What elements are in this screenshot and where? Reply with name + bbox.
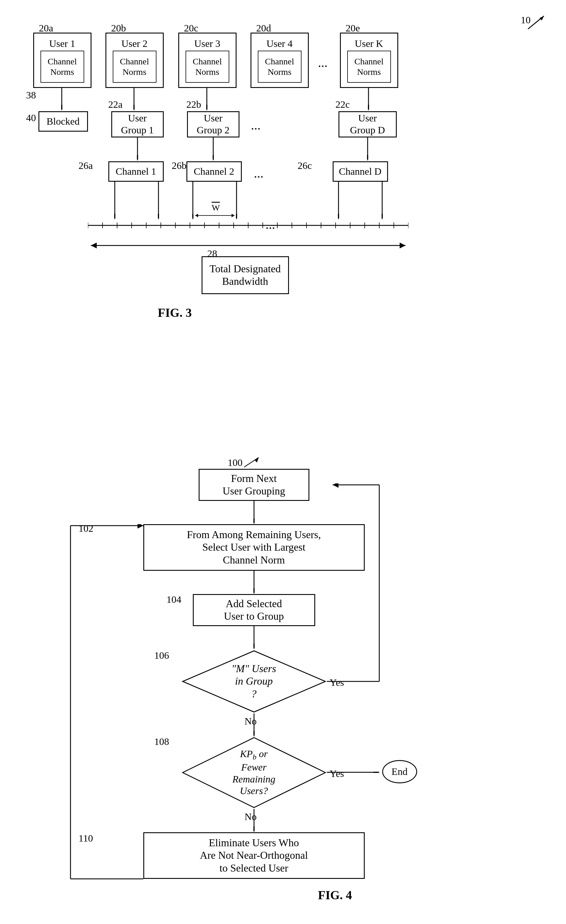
user4-box: User 4 Channel Norms: [251, 33, 309, 88]
arrow-user2-group1-icon: [134, 87, 135, 111]
user2-channel-norms: Channel Norms: [113, 51, 156, 83]
svg-marker-70: [333, 483, 338, 488]
userK-channel-norms: Channel Norms: [347, 51, 391, 83]
svg-marker-13: [213, 155, 214, 161]
arrow-add-to-m-icon: [254, 626, 255, 650]
user3-label: User 3: [194, 38, 221, 50]
ref-22b: 22b: [186, 99, 201, 110]
svg-marker-65: [254, 644, 255, 650]
arrow-user3-group2-icon: [206, 87, 207, 111]
svg-marker-59: [255, 458, 259, 462]
ref-22a: 22a: [108, 99, 123, 110]
kpb-diamond: KPb or Fewer Remaining Users?: [181, 736, 327, 809]
page: 10 20a User 1 Channel Norms 20b User 2 C…: [0, 0, 566, 924]
user1-label: User 1: [49, 38, 75, 50]
userK-label: User K: [355, 38, 383, 50]
group2-box: User Group 2: [187, 111, 239, 138]
svg-marker-17: [114, 214, 116, 220]
arrow-form-to-select-icon: [254, 501, 255, 524]
eliminate-users-box: Eliminate Users Who Are Not Near-Orthogo…: [143, 832, 365, 879]
blocked-label: Blocked: [47, 116, 80, 128]
arrow-ch1-left-icon: [114, 182, 116, 220]
ref-20a: 20a: [39, 23, 53, 34]
ref-100: 100: [228, 457, 243, 468]
blocked-box: Blocked: [39, 111, 88, 132]
svg-marker-72: [254, 731, 255, 737]
dots-freq: ...: [266, 217, 275, 232]
frequency-axis-icon: [88, 220, 408, 237]
svg-marker-15: [367, 155, 368, 161]
ref-26a: 26a: [79, 160, 93, 171]
svg-marker-56: [91, 243, 97, 248]
channel2-box: Channel 2: [186, 161, 242, 182]
svg-marker-11: [137, 155, 138, 161]
fig4-container: 100 Form Next User Grouping 102 From Amo…: [12, 454, 554, 924]
arrow-userK-groupD-icon: [368, 87, 369, 111]
kpb-yes-label: Yes: [330, 768, 344, 779]
m-users-text: "M" Users in Group ?: [181, 650, 327, 714]
arrow-kpb-yes-icon: [327, 772, 385, 773]
ref10-arrow-icon: [528, 15, 545, 29]
ref-40: 40: [26, 112, 36, 123]
ref-20b: 20b: [111, 23, 126, 34]
user4-channel-norms: Channel Norms: [258, 51, 302, 83]
arrow-group1-ch1-icon: [137, 138, 138, 161]
add-user-box: Add Selected User to Group: [193, 594, 315, 626]
fig4-label: FIG. 4: [318, 888, 352, 902]
ref-26c: 26c: [298, 160, 312, 171]
ref-20e: 20e: [346, 23, 360, 34]
user2-box: User 2 Channel Norms: [105, 33, 164, 88]
user4-label: User 4: [267, 38, 293, 50]
user2-label: User 2: [122, 38, 148, 50]
groupD-box: User Group D: [338, 111, 397, 138]
svg-marker-19: [158, 214, 159, 220]
kpb-text: KPb or Fewer Remaining Users?: [181, 736, 327, 809]
m-users-diamond-wrapper: "M" Users in Group ?: [181, 650, 327, 714]
arrow-chD-left-icon: [338, 182, 339, 220]
user3-box: User 3 Channel Norms: [178, 33, 237, 88]
bandwidth-arrow-icon: [88, 238, 408, 253]
kpb-diamond-wrapper: KPb or Fewer Remaining Users?: [181, 736, 327, 809]
end-ellipse: End: [382, 760, 417, 783]
ref-20d: 20d: [256, 23, 271, 34]
svg-marker-5: [134, 105, 135, 111]
kpb-no-label: No: [245, 811, 257, 822]
svg-marker-25: [338, 214, 339, 220]
group1-box: User Group 1: [111, 111, 164, 138]
svg-marker-75: [374, 772, 379, 773]
dots-channels: ...: [254, 166, 264, 181]
ref-22c: 22c: [336, 99, 350, 110]
svg-marker-53: [195, 214, 198, 217]
ref-26b: 26b: [172, 160, 187, 171]
svg-marker-77: [254, 826, 255, 832]
svg-marker-3: [61, 105, 62, 111]
user1-box: User 1 Channel Norms: [33, 33, 92, 88]
arrow-chD-right-icon: [381, 182, 383, 220]
userK-box: User K Channel Norms: [340, 33, 398, 88]
ref100-arrow-icon: [244, 456, 261, 468]
user3-channel-norms: Channel Norms: [186, 51, 229, 83]
arrow-group2-ch2-icon: [213, 138, 214, 161]
arrow-groupD-chD-icon: [367, 138, 368, 161]
ref-38: 38: [26, 90, 36, 101]
svg-marker-63: [254, 588, 255, 594]
fig3-label: FIG. 3: [158, 306, 192, 320]
m-users-diamond: "M" Users in Group ?: [181, 650, 327, 714]
svg-marker-81: [138, 524, 143, 528]
channelD-box: Channel D: [333, 161, 388, 182]
form-next-grouping-box: Form Next User Grouping: [199, 469, 309, 501]
arrow-elim-to-select-icon: [68, 524, 145, 879]
ref-104: 104: [167, 594, 182, 605]
ref-108: 108: [155, 736, 169, 747]
arrow-ch1-right-icon: [158, 182, 159, 220]
svg-marker-7: [206, 105, 207, 111]
svg-marker-57: [400, 243, 405, 248]
arrow-kpb-to-elim-icon: [254, 809, 255, 832]
channel1-box: Channel 1: [108, 161, 164, 182]
dots-groups: ...: [251, 118, 261, 133]
bandwidth-box: Total Designated Bandwidth: [201, 256, 289, 294]
arrow-m-to-kpb-icon: [254, 714, 255, 737]
user1-channel-norms: Channel Norms: [41, 51, 84, 83]
w-label: W: [212, 202, 220, 213]
svg-marker-61: [254, 518, 255, 524]
